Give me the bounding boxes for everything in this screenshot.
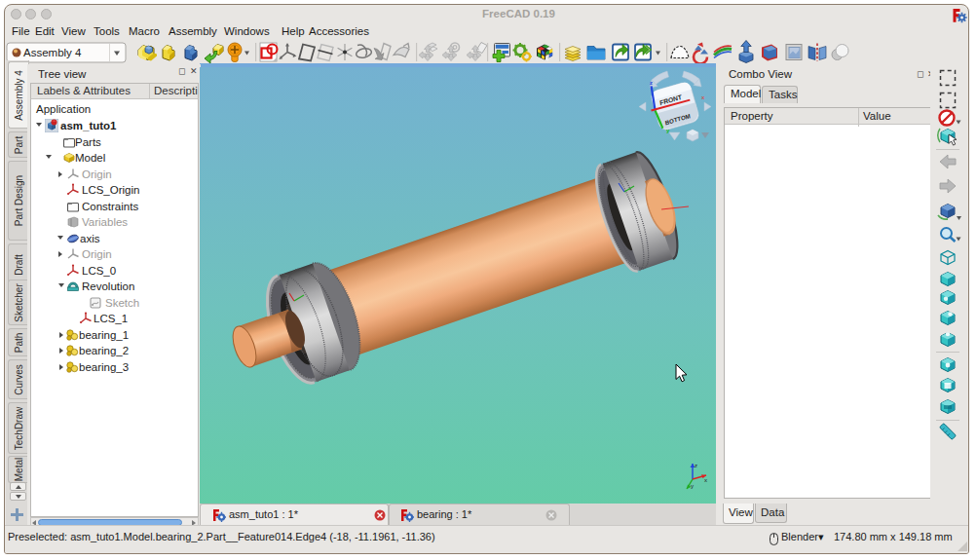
svg-text:x: x <box>704 477 707 483</box>
svg-text:y: y <box>691 483 694 489</box>
svg-text:z: z <box>650 80 653 86</box>
svg-text:Assembly 4: Assembly 4 <box>23 47 82 58</box>
svg-text:z: z <box>695 463 697 468</box>
